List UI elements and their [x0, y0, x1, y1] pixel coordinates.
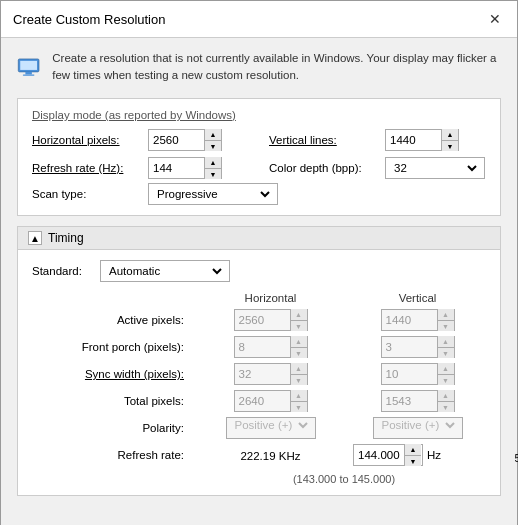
color-depth-label: Color depth (bpp):: [269, 162, 379, 174]
color-depth-select[interactable]: 32 16 8: [385, 157, 485, 179]
scan-type-select[interactable]: Progressive Interlaced: [148, 183, 278, 205]
active-pixels-h-up: ▲: [291, 309, 307, 320]
front-porch-v-input: [382, 337, 437, 357]
vertical-lines-up[interactable]: ▲: [442, 129, 458, 140]
front-porch-h-up: ▲: [291, 336, 307, 347]
dialog-title: Create Custom Resolution: [13, 12, 165, 27]
color-depth-select-input[interactable]: 32 16 8: [390, 161, 480, 175]
horizontal-pixels-down[interactable]: ▼: [205, 140, 221, 151]
timing-collapse-button[interactable]: ▲: [28, 231, 42, 245]
active-pixels-v-spinbox: ▲ ▼: [381, 309, 455, 331]
horizontal-pixels-row: Horizontal pixels: ▲ ▼: [32, 129, 249, 151]
active-pixels-h-down: ▼: [291, 320, 307, 331]
front-porch-v-arrows: ▲ ▼: [437, 336, 454, 358]
svg-rect-3: [23, 74, 35, 75]
total-pixels-v-down: ▼: [438, 401, 454, 412]
monitor-icon: [17, 50, 40, 86]
front-porch-v-spinbox: ▲ ▼: [381, 336, 455, 358]
sync-width-label: Sync width (pixels):: [32, 363, 192, 385]
polarity-h: Positive (+) Negative (-): [202, 417, 339, 439]
content-area: Create a resolution that is not currentl…: [1, 38, 517, 518]
display-mode-section: Display mode (as reported by Windows) Ho…: [17, 98, 501, 216]
display-mode-form: Horizontal pixels: ▲ ▼ Vertical lines:: [32, 129, 486, 179]
refresh-rate-range: (143.000 to 145.000): [202, 473, 486, 485]
total-pixels-h-spinbox: ▲ ▼: [234, 390, 308, 412]
sync-width-v-down: ▼: [438, 374, 454, 385]
dialog: Create Custom Resolution ✕ Create a reso…: [0, 0, 518, 525]
svg-rect-1: [20, 61, 37, 70]
header-section: Create a resolution that is not currentl…: [17, 50, 501, 86]
sync-width-h-spinbox: ▲ ▼: [234, 363, 308, 385]
horizontal-pixels-label: Horizontal pixels:: [32, 134, 142, 146]
pixel-clock-area: Pixel clock: 586.5869 MHz: [514, 436, 518, 467]
timing-header: ▲ Timing: [18, 227, 500, 250]
total-pixels-v-arrows: ▲ ▼: [437, 390, 454, 412]
total-pixels-v-up: ▲: [438, 390, 454, 401]
close-button[interactable]: ✕: [485, 9, 505, 29]
horizontal-col-header: Horizontal: [202, 292, 339, 304]
front-porch-h-spinbox: ▲ ▼: [234, 336, 308, 358]
horizontal-pixels-input[interactable]: [149, 130, 204, 150]
pixel-clock-value: 586.5869 MHz: [514, 451, 518, 466]
title-bar: Create Custom Resolution ✕: [1, 1, 517, 38]
vertical-lines-down[interactable]: ▼: [442, 140, 458, 151]
refresh-rate-arrows: ▲ ▼: [204, 157, 221, 179]
polarity-label: Polarity:: [32, 417, 192, 439]
front-porch-h-down: ▼: [291, 347, 307, 358]
standard-select[interactable]: Automatic CVT GTF Manual: [100, 260, 230, 282]
refresh-rate-khz: 222.19 KHz: [202, 444, 339, 466]
active-pixels-h-spinbox: ▲ ▼: [234, 309, 308, 331]
svg-rect-2: [25, 72, 31, 75]
vertical-lines-spinbox: ▲ ▼: [385, 129, 459, 151]
standard-select-input[interactable]: Automatic CVT GTF Manual: [105, 264, 225, 278]
total-pixels-label: Total pixels:: [32, 390, 192, 412]
refresh-rate-timing-label: Refresh rate:: [32, 444, 192, 466]
horizontal-pixels-up[interactable]: ▲: [205, 129, 221, 140]
front-porch-h: ▲ ▼: [202, 336, 339, 358]
total-pixels-h-down: ▼: [291, 401, 307, 412]
header-description: Create a resolution that is not currentl…: [52, 50, 501, 85]
vertical-lines-row: Vertical lines: ▲ ▼: [269, 129, 486, 151]
timing-section: ▲ Timing Standard: Automatic CVT GTF Man…: [17, 226, 501, 496]
front-porch-h-input: [235, 337, 290, 357]
horizontal-pixels-arrows: ▲ ▼: [204, 129, 221, 151]
total-pixels-h-arrows: ▲ ▼: [290, 390, 307, 412]
sync-width-v: ▲ ▼: [349, 363, 486, 385]
sync-width-v-up: ▲: [438, 363, 454, 374]
refresh-rate-v-down[interactable]: ▼: [405, 455, 421, 466]
active-pixels-v-up: ▲: [438, 309, 454, 320]
footer: Test Cancel: [1, 518, 517, 525]
vertical-lines-input[interactable]: [386, 130, 441, 150]
horizontal-pixels-spinbox: ▲ ▼: [148, 129, 222, 151]
sync-width-h-up: ▲: [291, 363, 307, 374]
front-porch-v-down: ▼: [438, 347, 454, 358]
refresh-rate-down[interactable]: ▼: [205, 168, 221, 179]
refresh-rate-up[interactable]: ▲: [205, 157, 221, 168]
refresh-rate-khz-value: 222.19 KHz: [240, 450, 300, 462]
refresh-rate-input[interactable]: [149, 158, 204, 178]
total-pixels-h-input: [235, 391, 290, 411]
refresh-rate-v-up[interactable]: ▲: [405, 444, 421, 455]
sync-width-v-arrows: ▲ ▼: [437, 363, 454, 385]
close-icon: ✕: [489, 11, 501, 27]
title-bar-left: Create Custom Resolution: [13, 12, 165, 27]
sync-width-h: ▲ ▼: [202, 363, 339, 385]
polarity-v: Positive (+) Negative (-): [349, 417, 486, 439]
scan-type-select-input[interactable]: Progressive Interlaced: [153, 187, 273, 201]
front-porch-v-up: ▲: [438, 336, 454, 347]
front-porch-label: Front porch (pixels):: [32, 336, 192, 358]
scan-type-label: Scan type:: [32, 188, 142, 200]
active-pixels-v-arrows: ▲ ▼: [437, 309, 454, 331]
active-pixels-v: ▲ ▼: [349, 309, 486, 331]
front-porch-h-arrows: ▲ ▼: [290, 336, 307, 358]
active-pixels-v-down: ▼: [438, 320, 454, 331]
refresh-rate-v-area: ▲ ▼ Hz Pixel clock: 586.5869 MHz: [349, 444, 486, 466]
display-mode-label: Display mode (as reported by Windows): [32, 109, 486, 121]
sync-width-v-input: [382, 364, 437, 384]
refresh-rate-v-input[interactable]: [354, 445, 404, 465]
polarity-v-select: Positive (+) Negative (-): [373, 417, 463, 439]
active-pixels-h-input: [235, 310, 290, 330]
refresh-rate-label: Refresh rate (Hz):: [32, 162, 142, 174]
total-pixels-v: ▲ ▼: [349, 390, 486, 412]
total-pixels-v-input: [382, 391, 437, 411]
